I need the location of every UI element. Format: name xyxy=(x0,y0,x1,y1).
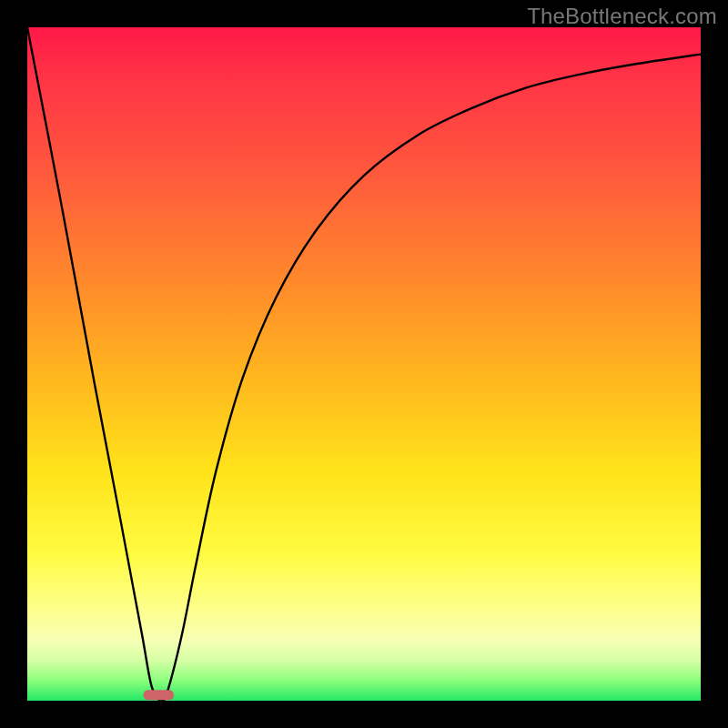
optimum-marker xyxy=(144,690,174,700)
bottleneck-curve xyxy=(27,27,701,701)
curve-svg xyxy=(27,27,701,701)
watermark-text: TheBottleneck.com xyxy=(527,4,717,29)
chart-frame: TheBottleneck.com xyxy=(0,0,728,728)
plot-area xyxy=(27,27,701,701)
